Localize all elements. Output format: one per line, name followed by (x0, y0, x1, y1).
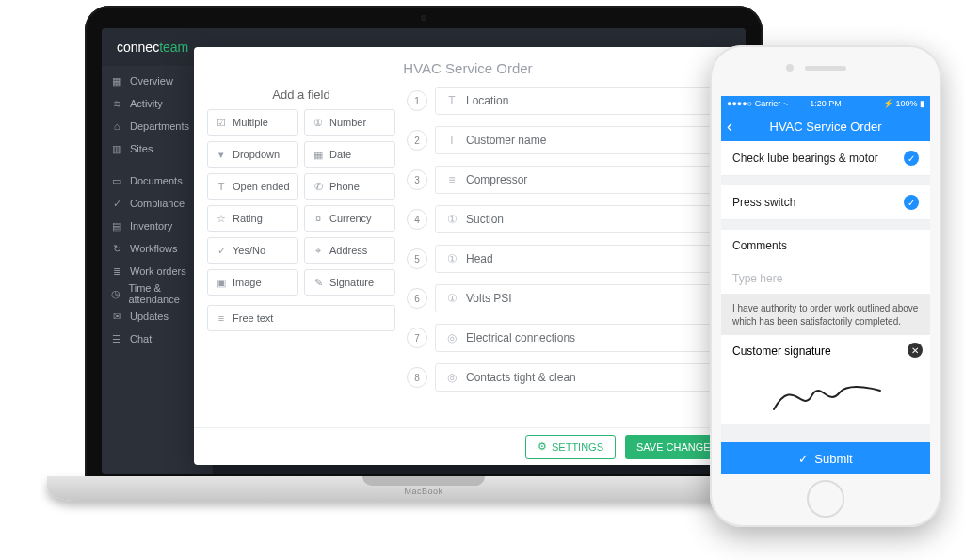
form-field-row[interactable]: 1TLocation (407, 84, 729, 118)
mobile-form-body: Check lube bearings & motor ✓ Press swit… (721, 141, 930, 442)
sidebar-label: Workflows (130, 243, 178, 254)
laptop-lid: connecteam ▦Overview≋Activity⌂Department… (85, 6, 763, 484)
field-box[interactable]: TLocation (435, 87, 729, 115)
sidebar-icon: ▦ (111, 75, 122, 88)
field-type-icon: ▣ (216, 277, 227, 289)
field-type-icon: ✎ (313, 277, 324, 289)
form-builder-modal: HVAC Service Order Add a field ☑Multiple… (194, 47, 742, 465)
form-field-row[interactable]: 5①Head (407, 242, 729, 276)
task-row[interactable]: Press switch ✓ (721, 185, 930, 220)
field-type-icon: ① (445, 252, 458, 265)
field-box[interactable]: ①Suction (435, 205, 729, 233)
sidebar-icon: ⌂ (111, 120, 122, 132)
palette-label: Image (233, 277, 262, 288)
sidebar-label: Work orders (130, 265, 186, 277)
field-number-badge: 5 (407, 248, 427, 269)
task-row[interactable]: Check lube bearings & motor ✓ (721, 141, 930, 176)
sidebar-label: Departments (130, 120, 189, 132)
palette-field-button[interactable]: ✓Yes/No (207, 237, 298, 264)
form-field-row[interactable]: 3≡Compressor (407, 163, 729, 197)
field-type-icon: ◎ (445, 371, 458, 384)
form-field-row[interactable]: 4①Suction (407, 202, 729, 236)
sidebar-icon: ▥ (111, 143, 122, 155)
desktop-app-screen: connecteam ▦Overview≋Activity⌂Department… (102, 28, 746, 474)
field-box[interactable]: ◎Contacts tight & clean (435, 363, 729, 392)
home-button[interactable] (807, 480, 844, 518)
palette-label: Free text (233, 312, 273, 324)
field-number-badge: 8 (407, 367, 427, 388)
field-box[interactable]: ①Head (435, 245, 729, 273)
sidebar-label: Time & attendance (128, 282, 203, 305)
palette-field-button[interactable]: ☆Rating (207, 205, 298, 232)
nav-title: HVAC Service Order (721, 120, 930, 134)
clear-signature-icon[interactable]: ✕ (908, 343, 923, 358)
submit-button[interactable]: ✓ Submit (721, 442, 930, 474)
field-label: Location (466, 94, 508, 107)
ios-status-bar: ●●●●○ Carrier ⏦ 1:20 PM ⚡ 100% ▮ (721, 96, 930, 111)
field-type-icon: T (445, 94, 458, 107)
palette-free-text[interactable]: ≡ Free text (207, 305, 395, 331)
check-circle-icon: ✓ (904, 151, 919, 166)
settings-button[interactable]: ⚙ SETTINGS (525, 435, 616, 459)
field-box[interactable]: ①Volts PSI (435, 284, 729, 312)
palette-label: Rating (233, 213, 263, 224)
palette-field-button[interactable]: ▦Date (304, 141, 395, 168)
field-label: Electrical connections (466, 331, 575, 344)
sidebar-icon: ≣ (111, 265, 122, 278)
field-type-icon: ◎ (445, 331, 458, 344)
field-box[interactable]: ◎Electrical connections (435, 324, 729, 352)
palette-field-button[interactable]: ①Number (304, 109, 395, 136)
field-type-icon: ▾ (216, 149, 227, 161)
palette-field-button[interactable]: TOpen ended (207, 173, 298, 200)
field-type-icon: ☑ (216, 117, 227, 129)
field-type-icon: ¤ (313, 213, 324, 224)
sidebar-label: Compliance (130, 198, 185, 209)
signature-header: Customer signature ✕ (721, 335, 930, 367)
ios-nav-bar: ‹ HVAC Service Order (721, 111, 930, 141)
add-field-heading: Add a field (207, 88, 395, 102)
palette-field-button[interactable]: ✆Phone (304, 173, 395, 200)
sidebar-icon: ◷ (111, 288, 120, 300)
palette-label: Yes/No (233, 245, 265, 256)
field-label: Head (466, 252, 493, 265)
field-type-icon: T (216, 181, 227, 192)
palette-field-button[interactable]: ▣Image (207, 269, 298, 296)
free-text-icon: ≡ (216, 312, 227, 324)
field-type-icon: T (445, 134, 458, 147)
palette-field-button[interactable]: ✎Signature (304, 269, 395, 296)
sidebar-icon: ✓ (111, 198, 122, 210)
laptop-base: MacBook (47, 476, 800, 501)
field-type-icon: ⌖ (313, 245, 324, 257)
palette-label: Address (329, 245, 367, 256)
palette-field-button[interactable]: ¤Currency (304, 205, 395, 232)
field-number-badge: 2 (407, 130, 427, 151)
form-field-row[interactable]: 6①Volts PSI (407, 281, 729, 315)
palette-label: Currency (329, 213, 372, 224)
signature-pad[interactable] (721, 367, 930, 424)
check-circle-icon: ✓ (904, 195, 919, 210)
form-field-row[interactable]: 8◎Contacts tight & clean (407, 360, 729, 394)
back-chevron-icon[interactable]: ‹ (727, 117, 732, 136)
palette-field-button[interactable]: ▾Dropdown (207, 141, 298, 168)
comments-header: Comments (721, 230, 930, 262)
signature-scribble-icon (769, 374, 882, 417)
palette-label: Number (329, 117, 366, 128)
sidebar-label: Chat (130, 333, 152, 344)
sidebar-icon: ≋ (111, 98, 122, 110)
palette-field-button[interactable]: ☑Multiple (207, 109, 298, 136)
field-type-icon: ✆ (313, 181, 324, 193)
sidebar-icon: ✉ (111, 311, 122, 323)
field-type-icon: ① (445, 292, 458, 305)
field-type-icon: ▦ (313, 149, 324, 161)
palette-label: Multiple (233, 117, 268, 128)
mobile-app-screen: ●●●●○ Carrier ⏦ 1:20 PM ⚡ 100% ▮ ‹ HVAC … (721, 96, 930, 474)
comments-input[interactable]: Type here (721, 262, 930, 295)
palette-field-button[interactable]: ⌖Address (304, 237, 395, 264)
field-box[interactable]: ≡Compressor (435, 166, 729, 194)
sidebar-label: Documents (130, 175, 183, 186)
field-box[interactable]: TCustomer name (435, 126, 729, 154)
form-field-row[interactable]: 2TCustomer name (407, 123, 729, 157)
form-field-row[interactable]: 7◎Electrical connections (407, 321, 729, 355)
modal-footer: ⚙ SETTINGS SAVE CHANGES (194, 427, 742, 465)
field-type-icon: ≡ (445, 173, 458, 186)
